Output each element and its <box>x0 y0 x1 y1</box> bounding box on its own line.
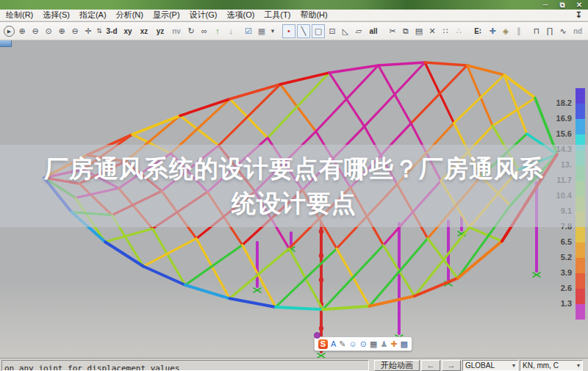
select-all-button[interactable]: all <box>366 25 381 37</box>
restore-button[interactable]: ⧉ <box>556 1 568 9</box>
legend-color-band <box>576 258 585 273</box>
legend-value-label: 18.2 <box>531 96 572 111</box>
menu-item-6[interactable]: 选项(O) <box>226 10 254 21</box>
ime-emoji-icon[interactable]: ☺ <box>349 338 357 350</box>
prev-step-button[interactable]: ← <box>421 360 440 371</box>
zoom-window-icon[interactable]: ⊖ <box>29 25 41 37</box>
cut-icon[interactable]: ✂ <box>387 25 398 37</box>
view-yz-button[interactable]: yz <box>153 25 168 37</box>
legend-color-band <box>576 227 585 242</box>
units-select[interactable]: KN, mm, C ▾ <box>520 360 583 371</box>
units-value: KN, mm, C <box>523 361 559 370</box>
legend-value-label: 2.6 <box>531 281 572 296</box>
display-caret-icon[interactable]: ▾ <box>269 25 276 37</box>
legend-color-band <box>576 242 585 258</box>
view-nv-button[interactable]: nv <box>169 25 184 37</box>
caption-line2: 统设计要点 <box>232 186 356 220</box>
zoom-out-icon[interactable]: ⊖ <box>69 25 81 37</box>
ime-toolbox-icon[interactable]: ▩ <box>401 338 408 350</box>
menu-bar: 绘制(R)选择(S)指定(A)分析(N)显示(P)设计(G)选项(O)工具(T)… <box>0 10 588 21</box>
status-bar: on any joint for displacement values 开始动… <box>0 358 588 371</box>
extrude-icon[interactable]: E∶ <box>470 25 485 37</box>
menu-item-5[interactable]: 设计(G) <box>190 10 218 21</box>
ime-keyboard-icon[interactable]: ▦ <box>370 338 377 350</box>
ime-skin-icon[interactable]: ✚ <box>390 338 397 350</box>
refresh-window-icon[interactable]: ⇅ <box>96 25 103 37</box>
legend-value-label: 3.9 <box>531 265 572 281</box>
assign-frame-icon[interactable]: ∥ <box>513 25 525 37</box>
copy-icon[interactable]: ⧉ <box>400 25 412 37</box>
select-graph-icon[interactable]: ◺ <box>340 25 351 37</box>
portal-template-icon[interactable]: ∏ <box>544 25 556 37</box>
legend-color-band <box>576 104 585 119</box>
ime-mic-icon[interactable]: ⊙ <box>360 338 367 350</box>
rubber-band-zoom-icon[interactable]: ⊡ <box>326 25 338 37</box>
download-icon[interactable]: ↧ <box>576 10 582 20</box>
coord-system-select[interactable]: GLOBAL ▾ <box>462 360 518 371</box>
minimize-button[interactable]: ─ <box>539 1 551 9</box>
main-toolbar: ▶⊕⊖⊙⊕⊖✛⇅3-dxyxzyznv↻∞↑↓☑▦▾•╲▢⊡◺▱all✂⧉▤✕∷… <box>0 22 588 40</box>
menu-item-7[interactable]: 工具(T) <box>264 10 290 21</box>
rotate-3d-icon[interactable]: ↻ <box>185 25 197 37</box>
shrink-objects-icon[interactable]: ↑ <box>212 25 223 37</box>
legend-color-band <box>576 273 585 289</box>
assign-area-icon[interactable]: ◈ <box>500 25 512 37</box>
view-3d-button[interactable]: 3-d <box>104 25 119 37</box>
display-options-icon[interactable]: ☑ <box>243 25 254 37</box>
caption-overlay: 厂房通风系统的设计要点有哪些？厂房通风系 统设计要点 <box>0 145 588 227</box>
nd-label[interactable]: nd <box>570 25 585 37</box>
legend-color-band <box>576 119 585 134</box>
view-xy-button[interactable]: xy <box>121 25 135 37</box>
ime-letter-mode-icon[interactable]: A <box>331 338 336 350</box>
ime-pen-icon[interactable]: ✎ <box>339 338 345 350</box>
delete-icon[interactable]: ✕ <box>426 25 438 37</box>
object-options-icon[interactable]: ▦ <box>256 25 268 37</box>
legend-value-label: 6.5 <box>531 234 572 250</box>
menu-item-0[interactable]: 绘制(R) <box>6 10 33 21</box>
zoom-previous-icon[interactable]: ⊙ <box>43 25 54 37</box>
chevron-down-icon: ▾ <box>512 362 515 369</box>
legend-value-label: 1.3 <box>531 296 572 311</box>
ime-person-icon[interactable]: ♟ <box>380 338 387 350</box>
window-titlebar: ─⧉✕ <box>0 0 588 10</box>
menu-item-1[interactable]: 选择(S) <box>43 10 70 21</box>
grow-objects-icon[interactable]: ↓ <box>225 25 237 37</box>
window-controls: ─⧉✕ <box>539 0 585 10</box>
legend-value-label: 5.2 <box>531 250 572 265</box>
perspective-toggle-icon[interactable]: ∞ <box>198 25 210 37</box>
menu-item-4[interactable]: 显示(P) <box>153 10 180 21</box>
legend-color-band <box>576 88 585 104</box>
frame-template-icon[interactable]: ⊓ <box>531 25 542 37</box>
move-icon[interactable]: ✚ <box>487 25 498 37</box>
chevron-down-icon: ▾ <box>577 362 580 369</box>
paste-icon[interactable]: ▤ <box>413 25 425 37</box>
ime-indicator-dot <box>314 332 320 339</box>
coord-system-value: GLOBAL <box>465 361 495 370</box>
truss-template-icon[interactable]: ∿ <box>557 25 569 37</box>
menu-item-3[interactable]: 分析(N) <box>116 10 143 21</box>
draw-area-icon[interactable]: ▢ <box>312 24 325 38</box>
model-viewport[interactable]: 18.216.915.614.313.11.710.49.17.86.55.23… <box>0 40 588 358</box>
draw-joint-icon[interactable]: • <box>282 24 295 38</box>
next-step-button[interactable]: → <box>442 360 461 371</box>
menu-item-2[interactable]: 指定(A) <box>79 10 107 21</box>
start-animation-button[interactable]: 开始动画 <box>374 360 420 371</box>
draw-frame-icon[interactable]: ╲ <box>297 24 310 38</box>
menu-item-8[interactable]: 帮助(H) <box>300 10 327 21</box>
zoom-extents-icon[interactable]: ⊕ <box>16 25 28 37</box>
ime-toolbar[interactable]: S A✎☺⊙▦♟✚▩ <box>314 336 412 351</box>
snap-grid-icon[interactable]: ∷ <box>440 25 451 37</box>
sogou-logo-icon[interactable]: S <box>318 339 328 349</box>
reshape-icon[interactable]: ▱ <box>353 25 365 37</box>
view-xz-button[interactable]: xz <box>137 25 151 37</box>
snap-points-icon[interactable]: ∴ <box>453 25 465 37</box>
run-analysis-icon[interactable]: ▶ <box>4 26 15 37</box>
zoom-in-icon[interactable]: ⊕ <box>56 25 68 37</box>
pan-icon[interactable]: ✛ <box>82 25 94 37</box>
close-button[interactable]: ✕ <box>573 1 585 9</box>
app-window: ─⧉✕ 绘制(R)选择(S)指定(A)分析(N)显示(P)设计(G)选项(O)工… <box>0 0 588 371</box>
legend-value-label: 15.6 <box>531 126 572 142</box>
status-message: on any joint for displacement values <box>1 360 369 371</box>
legend-color-band <box>576 289 585 304</box>
caption-line1: 厂房通风系统的设计要点有哪些？厂房通风系 <box>44 151 544 186</box>
